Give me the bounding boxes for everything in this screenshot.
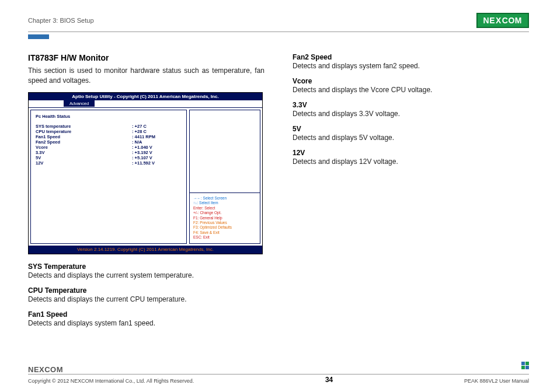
definition-block: 3.3VDetects and displays 3.3V voltage. bbox=[293, 101, 529, 118]
bios-tab-row: Advanced bbox=[29, 100, 262, 107]
bios-hw-key: Fan1 Speed bbox=[36, 134, 132, 139]
brand-x-icon: X bbox=[495, 16, 502, 25]
bios-help-line: ESC: Exit bbox=[193, 235, 256, 240]
bios-tab-advanced: Advanced bbox=[64, 100, 95, 107]
bios-hw-key: Vcore bbox=[36, 145, 132, 150]
bios-hw-row: Fan2 Speed: N/A bbox=[36, 139, 182, 145]
bios-status-title: Pc Health Status bbox=[36, 114, 182, 119]
brand-foot-pre: NE bbox=[28, 365, 39, 374]
brand-foot-x-icon: X bbox=[39, 365, 44, 374]
bios-title-bar: Aptio Setup Utility - Copyright (C) 2011… bbox=[29, 93, 262, 100]
definition-desc: Detects and displays 3.3V voltage. bbox=[293, 110, 529, 118]
bios-hw-value: : +3.192 V bbox=[132, 150, 152, 155]
bios-hw-key: SYS temperature bbox=[36, 124, 132, 129]
bios-hw-key: CPU temperature bbox=[36, 129, 132, 134]
bios-hw-key: Fan2 Speed bbox=[36, 139, 132, 145]
footer-copyright: Copyright © 2012 NEXCOM International Co… bbox=[28, 378, 194, 384]
definition-term: Fan2 Speed bbox=[293, 53, 529, 61]
bios-hw-key: 5V bbox=[36, 155, 132, 160]
bios-help-keys: →←: Select Screen↑↓: Select ItemEnter: S… bbox=[190, 192, 260, 243]
accent-bar bbox=[28, 34, 49, 39]
definition-block: SYS TemperatureDetects and displays the … bbox=[28, 262, 264, 279]
bios-hw-value: : +11.592 V bbox=[132, 160, 155, 166]
bios-hw-row: SYS temperature: +27 C bbox=[36, 124, 182, 129]
bios-screenshot: Aptio Setup Utility - Copyright (C) 2011… bbox=[28, 92, 263, 254]
section-title: IT8783F H/W Monitor bbox=[28, 53, 264, 62]
header-rule bbox=[28, 32, 529, 32]
bios-hw-value: : +5.107 V bbox=[132, 155, 152, 160]
definition-term: 3.3V bbox=[293, 101, 529, 109]
definition-desc: Detects and displays the current CPU tem… bbox=[28, 295, 264, 303]
brand-post: COM bbox=[502, 16, 522, 25]
bios-hw-key: 12V bbox=[36, 160, 132, 166]
definition-term: 5V bbox=[293, 125, 529, 133]
bios-help-line: →←: Select Screen bbox=[193, 196, 256, 201]
bios-hw-row: 3.3V: +3.192 V bbox=[36, 150, 182, 155]
bios-help-line: Enter: Select bbox=[193, 206, 256, 211]
definition-desc: Detects and displays the current system … bbox=[28, 271, 264, 279]
definition-desc: Detects and displays system fan1 speed. bbox=[28, 319, 264, 327]
bios-help-line: F4: Save & Exit bbox=[193, 230, 256, 235]
bios-hw-row: 5V: +5.107 V bbox=[36, 155, 182, 160]
bios-help-line: F3: Optimized Defaults bbox=[193, 225, 256, 230]
definition-term: SYS Temperature bbox=[28, 262, 264, 271]
bios-left-pane: Pc Health Status SYS temperature: +27 CC… bbox=[30, 110, 187, 244]
footer-squares-icon bbox=[521, 362, 529, 369]
bios-hw-row: Vcore: +1.040 V bbox=[36, 145, 182, 150]
bios-hw-value: : +27 C bbox=[132, 124, 147, 129]
definition-block: Fan1 SpeedDetects and displays system fa… bbox=[28, 310, 264, 327]
definition-desc: Detects and displays 5V voltage. bbox=[293, 134, 529, 142]
brand-pre: NE bbox=[483, 16, 495, 25]
definition-term: 12V bbox=[293, 149, 529, 157]
definition-term: CPU Temperature bbox=[28, 286, 264, 295]
chapter-label: Chapter 3: BIOS Setup bbox=[28, 17, 94, 24]
definition-desc: Detects and displays 12V voltage. bbox=[293, 158, 529, 166]
bios-hw-row: 12V: +11.592 V bbox=[36, 160, 182, 166]
bios-hw-value: : 4411 RPM bbox=[132, 134, 155, 139]
bios-help-line: +/-: Change Opt. bbox=[193, 211, 256, 215]
definition-block: VcoreDetects and displays the Vcore CPU … bbox=[293, 77, 529, 94]
page-number: 34 bbox=[325, 376, 333, 384]
bios-right-pane: →←: Select Screen↑↓: Select ItemEnter: S… bbox=[189, 110, 260, 244]
definition-block: 5VDetects and displays 5V voltage. bbox=[293, 125, 529, 142]
definition-block: CPU TemperatureDetects and displays the … bbox=[28, 286, 264, 303]
brand-foot-post: COM bbox=[44, 365, 63, 374]
footer-rule bbox=[28, 374, 529, 374]
definition-desc: Detects and displays system fan2 speed. bbox=[293, 62, 529, 70]
bios-hw-value: : +1.040 V bbox=[132, 145, 152, 150]
bios-help-line: F1: General Help bbox=[193, 216, 256, 220]
section-intro: This section is used to monitor hardware… bbox=[28, 66, 264, 86]
definition-block: Fan2 SpeedDetects and displays system fa… bbox=[293, 53, 529, 70]
definition-term: Vcore bbox=[293, 77, 529, 85]
bios-hw-row: CPU temperature: +28 C bbox=[36, 129, 182, 134]
brand-logo-top: NEXCOM bbox=[476, 13, 529, 28]
bios-version-footer: Version 2.14.1219. Copyright (C) 2011 Am… bbox=[29, 246, 262, 254]
bios-hw-key: 3.3V bbox=[36, 150, 132, 155]
bios-help-line: ↑↓: Select Item bbox=[193, 201, 256, 205]
bios-hw-row: Fan1 Speed: 4411 RPM bbox=[36, 134, 182, 139]
definition-block: 12VDetects and displays 12V voltage. bbox=[293, 149, 529, 166]
brand-logo-footer: NEXCOM bbox=[28, 365, 63, 374]
definition-desc: Detects and displays the Vcore CPU volta… bbox=[293, 86, 529, 94]
footer-manual: PEAK 886VL2 User Manual bbox=[464, 378, 529, 384]
bios-hw-value: : N/A bbox=[132, 139, 142, 145]
bios-help-line: F2: Previous Values bbox=[193, 220, 256, 225]
bios-hw-value: : +28 C bbox=[132, 129, 147, 134]
definition-term: Fan1 Speed bbox=[28, 310, 264, 318]
